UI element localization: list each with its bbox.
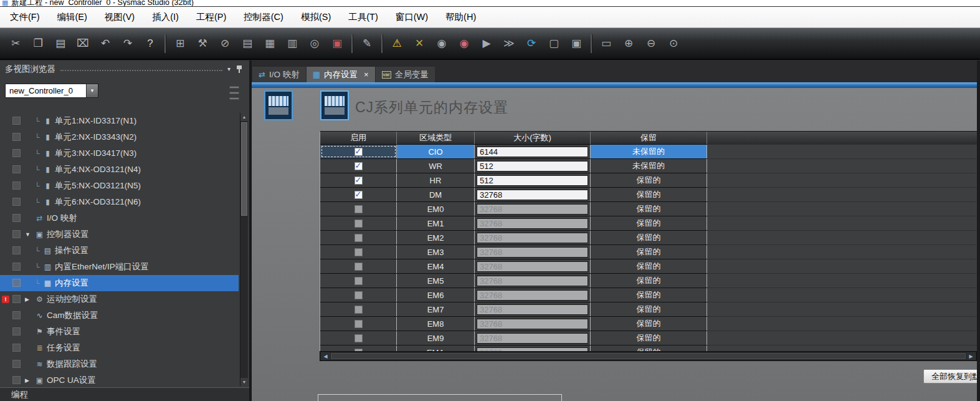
- menu-item[interactable]: 视图(V): [96, 7, 143, 27]
- toolbar-button[interactable]: ⊖: [643, 36, 659, 52]
- enable-checkbox[interactable]: [354, 176, 363, 185]
- table-row[interactable]: EM2 保留的: [320, 231, 977, 245]
- enable-cell[interactable]: [320, 231, 397, 244]
- scroll-right-icon[interactable]: ▶: [966, 352, 976, 360]
- table-row[interactable]: EMA 保留的: [320, 345, 977, 351]
- enable-cell[interactable]: [320, 288, 397, 302]
- size-input[interactable]: [477, 261, 588, 272]
- toolbar-button[interactable]: ▭: [598, 36, 614, 52]
- toolbar-button[interactable]: ◉: [434, 36, 450, 52]
- enable-cell[interactable]: [320, 159, 397, 173]
- size-input[interactable]: [477, 247, 588, 258]
- enable-cell[interactable]: [320, 145, 397, 158]
- toolbar-button[interactable]: ▣: [568, 36, 584, 52]
- toolbar-button[interactable]: ↶: [97, 36, 113, 52]
- menu-item[interactable]: 工程(P): [188, 7, 235, 27]
- table-horizontal-scrollbar[interactable]: ◀ ▶: [320, 351, 977, 361]
- enable-cell[interactable]: [320, 216, 397, 230]
- chevron-down-icon[interactable]: ▼: [86, 84, 98, 97]
- size-input[interactable]: [477, 304, 588, 315]
- scroll-left-icon[interactable]: ◀: [321, 352, 330, 360]
- tree-item[interactable]: ! └ ⇄ I/O 映射: [0, 210, 239, 226]
- close-icon[interactable]: ×: [364, 70, 369, 79]
- panel-menu-icon[interactable]: ▾: [227, 65, 231, 72]
- tree-item[interactable]: ! └ ▮ 单元1:NX-ID3317(N1): [0, 113, 239, 129]
- enable-cell[interactable]: [320, 245, 397, 259]
- size-input[interactable]: [477, 175, 588, 186]
- table-row[interactable]: EM4 保留的: [320, 259, 977, 274]
- toolbar-button[interactable]: ✎: [359, 36, 375, 52]
- toolbar-button[interactable]: ⊕: [621, 36, 637, 52]
- size-input[interactable]: [477, 147, 588, 157]
- toolbar-button[interactable]: ▦: [262, 36, 278, 52]
- size-input[interactable]: [477, 290, 588, 301]
- toolbar-button[interactable]: ▣: [329, 36, 345, 52]
- enable-cell[interactable]: [320, 173, 397, 187]
- size-input[interactable]: [477, 333, 588, 344]
- title-bar[interactable]: ▦ 新建工程 - new_Controller_0 - Sysmac Studi…: [0, 0, 980, 7]
- tab-global-variables[interactable]: var 全局变量: [376, 67, 435, 82]
- toolbar-button[interactable]: ⚠: [389, 36, 405, 52]
- enable-checkbox[interactable]: [354, 306, 363, 314]
- table-row[interactable]: CIO 未保留的: [320, 145, 977, 159]
- tree-item[interactable]: ! └ ▮ 单元4:NX-OD3121(N4): [0, 162, 239, 178]
- programming-section-bar[interactable]: 编程: [0, 387, 249, 401]
- toolbar-button[interactable]: ▤: [52, 36, 69, 52]
- tree-item[interactable]: ! └ ⚑ 事件设置: [0, 324, 239, 340]
- enable-checkbox[interactable]: [354, 277, 363, 285]
- table-row[interactable]: EM6 保留的: [320, 288, 977, 302]
- toolbar-button[interactable]: ▶: [478, 36, 495, 52]
- tree-item[interactable]: ! └ ▮ 单元5:NX-OD3121(N5): [0, 178, 239, 194]
- pin-icon[interactable]: [235, 65, 243, 74]
- tree-item[interactable]: ! └ ≋ 数据跟踪设置: [0, 356, 239, 372]
- enable-checkbox[interactable]: [354, 234, 363, 242]
- table-row[interactable]: EM7 保留的: [320, 302, 977, 317]
- tree-item[interactable]: ! └ ≣ 任务设置: [0, 340, 239, 356]
- toolbar-button[interactable]: ⌧: [75, 36, 91, 52]
- toolbar-button[interactable]: ✂: [7, 36, 24, 52]
- enable-checkbox[interactable]: [354, 162, 363, 170]
- size-input[interactable]: [477, 204, 588, 215]
- tree-item[interactable]: ! ▼ └ ▣ 控制器设置: [0, 226, 239, 243]
- tree-item[interactable]: ! ▶ └ ⚙ 运动控制设置: [0, 291, 239, 307]
- chevron-right-icon[interactable]: ▶: [25, 296, 34, 302]
- enable-cell[interactable]: [320, 317, 397, 331]
- table-row[interactable]: WR 未保留的: [320, 159, 977, 173]
- tree-item[interactable]: ! └ ▮ 单元2:NX-ID3343(N2): [0, 129, 239, 145]
- toolbar-button[interactable]: ❐: [30, 36, 46, 52]
- enable-checkbox[interactable]: [354, 263, 363, 271]
- menu-item[interactable]: 插入(I): [143, 7, 188, 27]
- scroll-up-icon[interactable]: ▲: [240, 113, 248, 121]
- size-input[interactable]: [477, 233, 588, 243]
- toolbar-button[interactable]: ⊙: [665, 36, 682, 52]
- toolbar-button[interactable]: ?: [142, 36, 158, 52]
- tab-memory-settings[interactable]: ▦ 内存设置 ×: [307, 67, 375, 82]
- panel-grip[interactable]: [229, 84, 239, 107]
- table-row[interactable]: EM8 保留的: [320, 317, 977, 331]
- enable-checkbox[interactable]: [354, 320, 363, 328]
- enable-cell[interactable]: [320, 331, 397, 345]
- tree-item[interactable]: ! └ ▥ 内置EtherNet/IP端口设置: [0, 259, 239, 275]
- size-input[interactable]: [477, 276, 588, 286]
- toolbar-button[interactable]: ▥: [284, 36, 300, 52]
- table-row[interactable]: EM1 保留的: [320, 216, 977, 231]
- menu-item[interactable]: 帮助(H): [437, 7, 485, 27]
- tab-io-map[interactable]: ⇄ I/O 映射: [252, 67, 306, 82]
- chevron-right-icon[interactable]: ▶: [25, 377, 34, 384]
- tree-item[interactable]: ! └ ▦ 内存设置: [0, 275, 239, 291]
- enable-cell[interactable]: [320, 345, 397, 351]
- menu-item[interactable]: 窗口(W): [387, 7, 437, 27]
- tree-item[interactable]: ! └ ▮ 单元3:NX-ID3417(N3): [0, 145, 239, 162]
- scrollbar-thumb[interactable]: [331, 353, 966, 359]
- enable-cell[interactable]: [320, 259, 397, 273]
- toolbar-button[interactable]: ⟳: [523, 36, 540, 52]
- enable-checkbox[interactable]: [354, 205, 363, 213]
- table-row[interactable]: EM5 保留的: [320, 274, 977, 288]
- toolbar-button[interactable]: ↷: [120, 36, 136, 52]
- tree-item[interactable]: ! ▶ └ ▣ OPC UA设置: [0, 372, 239, 387]
- scroll-down-icon[interactable]: ▼: [240, 378, 248, 386]
- enable-cell[interactable]: [320, 188, 397, 201]
- size-input[interactable]: [477, 218, 588, 229]
- toolbar-button[interactable]: ◎: [307, 36, 323, 52]
- enable-checkbox[interactable]: [354, 291, 363, 299]
